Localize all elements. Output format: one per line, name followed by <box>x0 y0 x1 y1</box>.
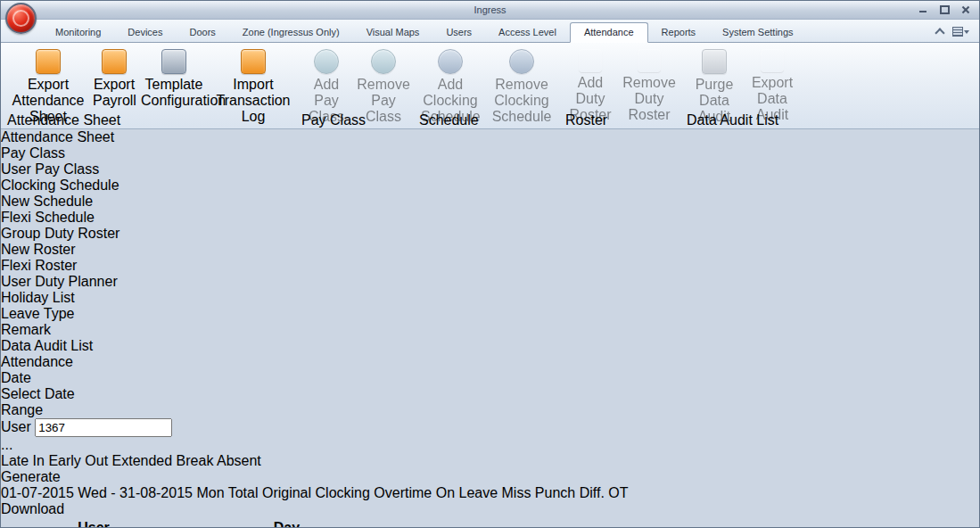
column-header[interactable]: OT <box>481 519 506 528</box>
column-header[interactable] <box>691 519 725 528</box>
export-payroll-button[interactable]: Export Payroll <box>91 45 137 106</box>
sidebar-tree: Attendance Sheet Pay Class User Pay Clas… <box>1 129 979 354</box>
attendance-table: DateUser IDNameScheDay TypeInBreakResume… <box>1 517 857 528</box>
column-header[interactable]: Name <box>115 519 215 528</box>
sidebar-item-flexi-schedule[interactable]: Flexi Schedule <box>1 210 979 226</box>
extended-break-checkbox[interactable]: Extended Break <box>112 453 214 468</box>
main-panel: Attendance Date Select Date Range User .… <box>1 354 979 528</box>
sidebar-item-group-duty-roster[interactable]: Group Duty Roster <box>1 226 979 242</box>
remove-pay-class-button: Remove Pay Class <box>353 45 414 106</box>
tab-doors[interactable]: Doors <box>176 23 228 42</box>
column-header[interactable]: Out <box>449 519 479 528</box>
app-window: Ingress Monitoring Devices Doors Zone (I… <box>0 0 980 528</box>
early-out-checkbox[interactable]: Early Out <box>48 453 108 468</box>
add-duty-roster-icon <box>579 49 602 72</box>
sidebar-item-user-pay-class[interactable]: User Pay Class <box>1 161 979 177</box>
tab-reports[interactable]: Reports <box>648 23 710 42</box>
ribbon-options-icon[interactable] <box>952 26 970 37</box>
template-configuration-icon <box>161 49 186 74</box>
template-configuration-button[interactable]: Template Configuration <box>139 45 209 106</box>
minimize-button[interactable] <box>914 4 932 15</box>
tab-zone[interactable]: Zone (Ingressus Only) <box>229 23 353 42</box>
sidebar-item-user-duty-planner[interactable]: User Duty Planner <box>1 274 979 290</box>
title-bar: Ingress <box>1 1 979 20</box>
sidebar-item-clocking-schedule[interactable]: Clocking Schedule <box>1 177 979 194</box>
sidebar-item-holiday-list[interactable]: Holiday List <box>1 290 979 306</box>
ribbon-tab-strip: Monitoring Devices Doors Zone (Ingressus… <box>1 20 979 43</box>
purge-data-audit-button: Purge Data Audit <box>687 45 742 106</box>
export-data-audit-icon <box>761 49 784 72</box>
late-in-checkbox[interactable]: Late In <box>1 453 45 468</box>
table-header-row: DateUser IDNameScheDay TypeInBreakResume… <box>3 519 855 528</box>
column-header[interactable]: Day Type <box>258 519 316 528</box>
column-header[interactable]: Resume <box>389 519 446 528</box>
column-header[interactable]: In <box>317 519 344 528</box>
download-button[interactable]: Download <box>1 501 70 517</box>
tab-attendance[interactable]: Attendance <box>570 22 648 43</box>
collapse-ribbon-icon[interactable] <box>935 27 945 36</box>
date-label: Date <box>1 370 31 385</box>
browse-user-button[interactable]: ... <box>1 437 29 453</box>
column-header[interactable]: Sche <box>217 519 256 528</box>
user-input[interactable] <box>35 418 172 437</box>
ribbon-toolbar: Export Attendance Sheet Export Payroll T… <box>1 43 979 129</box>
remove-duty-roster-button: Remove Duty Roster <box>617 45 681 106</box>
ribbon-group-roster: Add Duty Roster Remove Duty Roster Roste… <box>563 45 684 128</box>
generate-button[interactable]: Generate <box>1 469 70 485</box>
export-attendance-sheet-icon <box>36 49 61 74</box>
column-header[interactable]: Done <box>507 519 545 528</box>
ribbon-group-schedule: Add Clocking Schedule Remove Clocking Sc… <box>416 45 563 128</box>
date-range-text: 01-07-2015 Wed - 31-08-2015 Mon <box>1 485 225 500</box>
sidebar-item-attendance-sheet[interactable]: Attendance Sheet <box>1 129 979 145</box>
sidebar-item-new-roster[interactable]: New Roster <box>1 242 979 258</box>
ribbon-group-attendance-sheet: Export Attendance Sheet Export Payroll T… <box>4 45 299 128</box>
export-data-audit-button: Export Data Audit <box>744 45 801 106</box>
total-checkbox[interactable]: Total <box>228 485 259 500</box>
tab-devices[interactable]: Devices <box>114 23 176 42</box>
on-leave-checkbox[interactable]: On Leave <box>436 485 498 500</box>
tab-users[interactable]: Users <box>432 23 485 42</box>
group-label-attendance-sheet: Attendance Sheet <box>7 112 296 128</box>
filter-bar: Date Select Date Range User ... Late In … <box>1 370 979 517</box>
ribbon-group-data-audit-list: Purge Data Audit Export Data Audit Data … <box>684 45 803 128</box>
original-clocking-checkbox[interactable]: Original Clocking <box>262 485 370 500</box>
column-header[interactable]: Leave Type <box>727 519 812 528</box>
absent-checkbox[interactable]: Absent <box>217 453 261 468</box>
remove-duty-roster-icon <box>638 49 661 72</box>
sidebar-item-new-schedule[interactable]: New Schedule <box>1 194 979 210</box>
add-clocking-schedule-button: Add Clocking Schedule <box>419 45 482 106</box>
ribbon-group-pay-class: Add Pay Class Remove Pay Class Pay Class <box>299 45 416 128</box>
column-header[interactable]: User ID <box>74 519 113 528</box>
export-attendance-sheet-button[interactable]: Export Attendance Sheet <box>7 45 89 106</box>
import-transaction-log-icon <box>241 49 266 74</box>
restore-button[interactable] <box>935 4 953 15</box>
column-header[interactable]: Le <box>814 519 855 528</box>
tab-system-settings[interactable]: System Settings <box>709 23 806 42</box>
add-duty-roster-button: Add Duty Roster <box>565 45 615 106</box>
column-header[interactable]: Short <box>651 519 690 528</box>
sidebar-item-data-audit-list[interactable]: Data Audit List <box>1 338 979 354</box>
user-label: User <box>1 419 31 434</box>
import-transaction-log-button[interactable]: Import Transaction Log <box>210 45 296 106</box>
export-payroll-icon <box>102 49 127 74</box>
sidebar-item-pay-class[interactable]: Pay Class <box>1 145 979 161</box>
sidebar-item-remark[interactable]: Remark <box>1 322 979 338</box>
add-pay-class-icon <box>314 49 339 74</box>
ingress-logo-icon <box>5 3 37 34</box>
remove-clocking-schedule-icon <box>509 49 534 74</box>
column-header[interactable]: Overtime <box>585 519 648 528</box>
close-button[interactable] <box>957 4 975 15</box>
sidebar-item-leave-type[interactable]: Leave Type <box>1 306 979 322</box>
column-header[interactable]: Date <box>3 519 72 528</box>
overtime-checkbox[interactable]: Overtime <box>374 485 432 500</box>
remove-pay-class-icon <box>371 49 396 74</box>
date-range-select[interactable]: Select Date Range <box>1 386 86 418</box>
column-header[interactable]: Work <box>547 519 584 528</box>
diff-ot-checkbox[interactable]: Diff. OT <box>580 485 629 500</box>
miss-punch-checkbox[interactable]: Miss Punch <box>502 485 576 500</box>
tab-access-level[interactable]: Access Level <box>485 23 570 42</box>
tab-monitoring[interactable]: Monitoring <box>42 23 114 42</box>
column-header[interactable]: Break <box>346 519 387 528</box>
tab-visual-maps[interactable]: Visual Maps <box>353 23 433 42</box>
sidebar-item-flexi-roster[interactable]: Flexi Roster <box>1 258 979 274</box>
